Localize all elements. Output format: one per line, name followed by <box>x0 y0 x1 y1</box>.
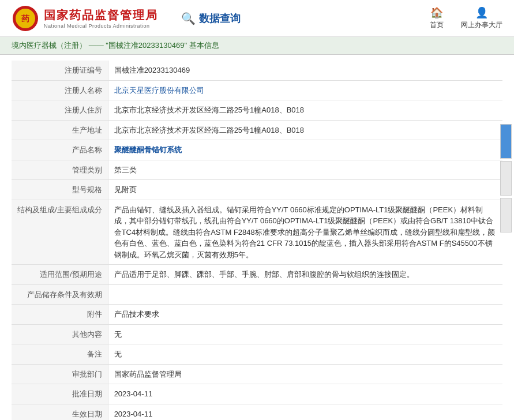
search-icon: 🔍 <box>181 12 196 25</box>
table-value-cell: 国家药品监督管理局 <box>108 364 502 384</box>
table-label-cell: 产品储存条件及有效期 <box>12 284 108 305</box>
search-title-text: 数据查询 <box>199 12 241 25</box>
sidebar-buttons <box>500 124 512 232</box>
table-value-cell: 2023-04-11 <box>108 404 502 420</box>
logo-text: 国家药品监督管理局 National Medical Products Admi… <box>44 7 158 29</box>
table-label-cell: 备注 <box>12 344 108 365</box>
nav-home-label: 首页 <box>430 20 444 30</box>
main-content: 注册证编号国械注准20233130469注册人名称北京天星医疗股份有限公司注册人… <box>0 55 514 420</box>
header-search-title: 🔍 数据查询 <box>181 12 241 25</box>
breadcrumb-current: "国械注准20233130469" 基本信息 <box>106 41 219 50</box>
breadcrumb-separator: —— <box>89 41 104 50</box>
table-row: 附件产品技术要求 <box>12 305 502 325</box>
table-value-cell <box>108 284 502 305</box>
table-row: 型号规格见附页 <box>12 180 502 200</box>
table-value-cell: 北京天星医疗股份有限公司 <box>108 80 502 100</box>
table-label-cell: 产品名称 <box>12 140 108 160</box>
table-row: 备注无 <box>12 344 502 365</box>
logo: 药 国家药品监督管理局 National Medical Products Ad… <box>12 5 158 32</box>
sidebar-btn-3[interactable] <box>500 198 512 232</box>
table-label-cell: 批准日期 <box>12 384 108 404</box>
header: 药 国家药品监督管理局 National Medical Products Ad… <box>0 0 514 37</box>
table-row: 产品储存条件及有效期 <box>12 284 502 305</box>
table-row: 适用范围/预期用途产品适用于足部、脚踝、踝部、手部、手腕、肘部、肩部和腹腔的骨与… <box>12 265 502 285</box>
logo-icon: 药 <box>12 5 39 32</box>
table-label-cell: 管理类别 <box>12 160 108 180</box>
sidebar-btn-2[interactable] <box>500 161 512 196</box>
breadcrumb-link[interactable]: 境内医疗器械（注册） <box>12 41 87 50</box>
table-row: 生效日期2023-04-11 <box>12 404 502 420</box>
table-row: 其他内容无 <box>12 324 502 344</box>
table-label-cell: 适用范围/预期用途 <box>12 265 108 285</box>
table-label-cell: 生效日期 <box>12 404 108 420</box>
table-value-cell: 产品由锚钉、缝线及插入器组成。锚钉采用符合YY/T 0660标准规定的OPTIM… <box>108 200 502 265</box>
home-icon: 🏠 <box>430 6 443 19</box>
table-label-cell: 附件 <box>12 305 108 325</box>
table-value-cell: 产品适用于足部、脚踝、踝部、手部、手腕、肘部、肩部和腹腔的骨与软组织的连接固定。 <box>108 265 502 285</box>
table-row: 批准日期2023-04-11 <box>12 384 502 404</box>
table-value-cell: 见附页 <box>108 180 502 200</box>
header-nav: 🏠 首页 👤 网上办事大厅 <box>430 6 502 30</box>
table-row: 管理类别第三类 <box>12 160 502 180</box>
info-table: 注册证编号国械注准20233130469注册人名称北京天星医疗股份有限公司注册人… <box>12 61 502 420</box>
nav-service-hall[interactable]: 👤 网上办事大厅 <box>461 6 502 30</box>
table-row: 审批部门国家药品监督管理局 <box>12 364 502 384</box>
table-label-cell: 型号规格 <box>12 180 108 200</box>
table-row: 注册人住所北京市北京经济技术开发区经海二路25号1幢A018、B018 <box>12 100 502 121</box>
table-label-cell: 审批部门 <box>12 364 108 384</box>
table-value-cell: 北京市北京经济技术开发区经海二路25号1幢A018、B018 <box>108 100 502 121</box>
table-row: 产品名称聚醚醚酮骨锚钉系统 <box>12 140 502 160</box>
table-row: 注册人名称北京天星医疗股份有限公司 <box>12 80 502 100</box>
table-value-cell: 北京市北京经济技术开发区经海二路25号1幢A018、B018 <box>108 120 502 140</box>
sidebar-btn-1[interactable] <box>500 124 512 159</box>
table-value-cell: 第三类 <box>108 160 502 180</box>
table-row: 注册证编号国械注准20233130469 <box>12 61 502 80</box>
table-label-cell: 注册人住所 <box>12 100 108 121</box>
nav-home[interactable]: 🏠 首页 <box>430 6 444 30</box>
table-value-cell: 2023-04-11 <box>108 384 502 404</box>
svg-text:药: 药 <box>21 14 30 23</box>
user-icon: 👤 <box>475 6 488 19</box>
table-value-cell: 无 <box>108 324 502 344</box>
table-label-cell: 生产地址 <box>12 120 108 140</box>
logo-cn: 国家药品监督管理局 <box>44 7 158 23</box>
nav-service-label: 网上办事大厅 <box>461 20 502 30</box>
table-label-cell: 其他内容 <box>12 324 108 344</box>
table-label-cell: 注册证编号 <box>12 61 108 80</box>
table-row: 结构及组成/主要组成成分产品由锚钉、缝线及插入器组成。锚钉采用符合YY/T 06… <box>12 200 502 265</box>
table-label-cell: 结构及组成/主要组成成分 <box>12 200 108 265</box>
table-value-cell: 产品技术要求 <box>108 305 502 325</box>
breadcrumb: 境内医疗器械（注册） —— "国械注准20233130469" 基本信息 <box>0 37 514 55</box>
table-label-cell: 注册人名称 <box>12 80 108 100</box>
logo-en: National Medical Products Administration <box>44 23 158 29</box>
table-value-cell: 聚醚醚酮骨锚钉系统 <box>108 140 502 160</box>
table-value-cell: 国械注准20233130469 <box>108 61 502 80</box>
table-row: 生产地址北京市北京经济技术开发区经海二路25号1幢A018、B018 <box>12 120 502 140</box>
table-value-cell: 无 <box>108 344 502 365</box>
